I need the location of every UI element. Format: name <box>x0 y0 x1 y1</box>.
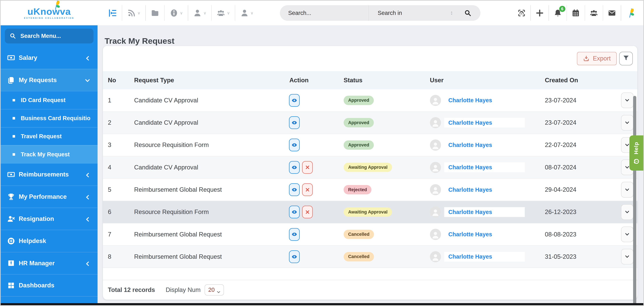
user-cell: Charlotte Hayes <box>424 117 541 128</box>
sidebar-item-reimbursements[interactable]: Reimbursements <box>1 163 98 185</box>
view-request-button[interactable] <box>289 183 300 196</box>
sidebar-item-label: Reimbursements <box>19 171 69 178</box>
table-row: 4Candidate CV ApprovalAwaiting ApprovalC… <box>103 156 637 179</box>
row-expand-button[interactable] <box>621 226 634 242</box>
view-request-button[interactable] <box>289 116 300 129</box>
status-cell: Approved <box>344 96 424 105</box>
export-button[interactable]: Export <box>577 52 617 65</box>
sort-arrows-icon[interactable] <box>450 10 454 16</box>
folder-icon[interactable] <box>151 9 159 17</box>
display-num-select[interactable]: 20 <box>205 284 224 296</box>
search-scope-select[interactable]: Search in <box>378 10 450 16</box>
table-body: 1Candidate CV ApprovalApprovedCharlotte … <box>103 89 637 268</box>
brand-leaf-icon[interactable] <box>626 8 636 18</box>
sidebar-item-resignation[interactable]: Resignation <box>1 208 98 230</box>
view-request-button[interactable] <box>289 161 300 174</box>
cancel-request-button[interactable] <box>302 183 313 196</box>
brand-leaf-icon <box>51 0 62 10</box>
cancel-request-button[interactable] <box>302 206 313 218</box>
people-icon[interactable] <box>590 9 598 17</box>
cancel-request-button[interactable] <box>302 161 313 174</box>
row-expand-button[interactable] <box>621 249 634 264</box>
filter-button[interactable] <box>619 52 633 65</box>
user-link[interactable]: Charlotte Hayes <box>444 96 525 106</box>
eye-icon <box>292 187 297 192</box>
sidebar-item-salary[interactable]: Salary <box>1 46 98 69</box>
request-type: Candidate CV Approval <box>134 97 287 104</box>
user-link[interactable]: Charlotte Hayes <box>444 185 525 195</box>
mail-icon-group <box>608 9 616 17</box>
row-number: 6 <box>108 208 134 216</box>
info-icon[interactable] <box>170 9 178 17</box>
feeds-icon[interactable] <box>127 9 136 17</box>
user-icon[interactable] <box>193 9 202 17</box>
groups-icon[interactable] <box>216 9 225 17</box>
user-link[interactable]: Charlotte Hayes <box>444 252 525 262</box>
created-on-date: 29-04-2024 <box>541 186 617 193</box>
view-request-button[interactable] <box>289 206 300 218</box>
row-number: 5 <box>108 186 134 193</box>
mail-icon[interactable] <box>608 9 616 17</box>
help-tab[interactable]: Help <box>630 136 643 171</box>
biometric-scan-icon[interactable] <box>517 9 526 17</box>
user-link[interactable]: Charlotte Hayes <box>444 118 525 128</box>
search-submit-icon[interactable] <box>464 10 471 16</box>
row-expand-button[interactable] <box>621 115 634 130</box>
feeds-icon-group: ∨ <box>127 9 140 17</box>
avatar[interactable] <box>430 140 441 150</box>
eye-icon <box>292 232 297 237</box>
user-link[interactable]: Charlotte Hayes <box>444 140 525 150</box>
sidebar-item-helpdesk[interactable]: Helpdesk <box>1 230 98 252</box>
view-request-button[interactable] <box>289 94 300 107</box>
avatar[interactable] <box>430 184 441 195</box>
chevron-down-icon <box>217 288 220 292</box>
vertical-scrollbar[interactable] <box>633 96 636 303</box>
table-row: 6Resource Requisition FormAwaiting Appro… <box>103 201 637 224</box>
user-link[interactable]: Charlotte Hayes <box>444 207 525 217</box>
page-title: Track My Request <box>104 36 174 46</box>
sidebar-item-investment-declarations[interactable]: Investment Declarations <box>1 296 98 303</box>
chevron-left-icon <box>85 172 90 177</box>
toolbar-divider <box>211 5 212 21</box>
avatar[interactable] <box>430 251 441 262</box>
view-request-button[interactable] <box>289 138 300 151</box>
created-on-date: 23-07-2024 <box>541 119 617 126</box>
sidebar-item-business-card-requisition[interactable]: Business Card Requisition <box>1 109 98 127</box>
user-link[interactable]: Charlotte Hayes <box>444 230 525 239</box>
groups-icon-group: ∨ <box>216 9 230 17</box>
profile-icon[interactable] <box>240 9 249 17</box>
view-request-button[interactable] <box>289 250 300 263</box>
column-header-status: Status <box>344 77 424 84</box>
user-link[interactable]: Charlotte Hayes <box>444 162 525 172</box>
view-request-button[interactable] <box>289 228 300 241</box>
calendar-icon[interactable] <box>572 9 580 17</box>
table-row: 2Candidate CV ApprovalApprovedCharlotte … <box>103 112 637 134</box>
avatar[interactable] <box>430 229 441 240</box>
sidebar-item-dashboards[interactable]: Dashboards <box>1 274 98 296</box>
avatar[interactable] <box>430 117 441 128</box>
eye-icon <box>292 120 297 126</box>
search-input[interactable] <box>280 10 368 17</box>
avatar[interactable] <box>430 206 441 218</box>
window-bottom-bar <box>1 303 643 305</box>
request-type: Resource Requisition Form <box>134 142 287 148</box>
sidebar-item-hr-manager[interactable]: HR Manager <box>1 252 98 274</box>
lifering-icon <box>7 237 15 245</box>
avatar[interactable] <box>430 95 441 106</box>
row-expand-button[interactable] <box>621 92 634 108</box>
collapse-menu-icon[interactable] <box>108 8 117 18</box>
toolbar-divider <box>566 5 567 21</box>
row-expand-button[interactable] <box>621 204 634 220</box>
sidebar-search-input[interactable] <box>20 32 89 40</box>
sidebar-item-track-my-request[interactable]: Track My Request <box>1 145 98 163</box>
request-type: Reimbursement Global Request <box>134 231 287 238</box>
sidebar-item-my-performance[interactable]: My Performance <box>1 186 98 208</box>
avatar[interactable] <box>430 162 441 173</box>
add-icon[interactable] <box>536 9 544 17</box>
sidebar-item-my-requests[interactable]: My Requests <box>1 69 98 91</box>
brand-logo[interactable]: uKnowva EXTENDING COLLABORATION <box>24 7 74 19</box>
sidebar-item-id-card-request[interactable]: ID Card Request <box>1 91 98 109</box>
action-cell <box>287 250 344 263</box>
row-expand-button[interactable] <box>621 182 634 198</box>
sidebar-item-travel-request[interactable]: Travel Request <box>1 127 98 145</box>
